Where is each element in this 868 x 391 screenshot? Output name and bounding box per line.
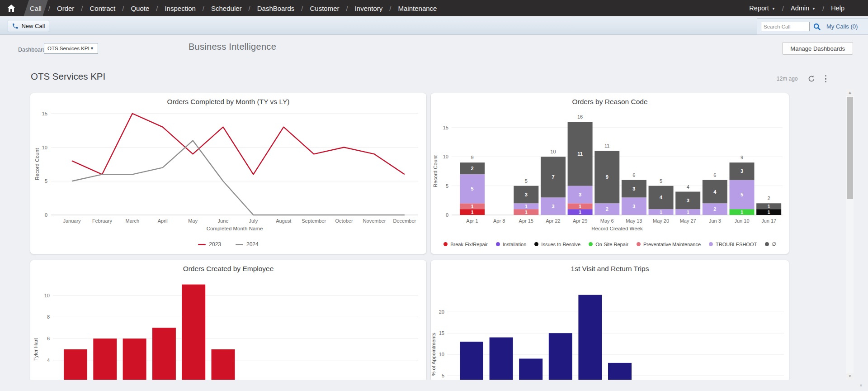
- bar-total-label: 5: [525, 178, 528, 184]
- x-tick-label: May 27: [680, 218, 696, 224]
- bar-total-label: 9: [471, 155, 473, 160]
- nav-separator: /: [822, 5, 824, 12]
- bar: [64, 349, 87, 380]
- manage-dashboards-button[interactable]: Manage Dashboards: [782, 42, 853, 55]
- nav-item-inventory[interactable]: Inventory: [350, 3, 387, 14]
- x-tick-label: June: [218, 218, 229, 224]
- orders-by-month-chart: 051015Record CountJanuaryFebruaryMarchAp…: [30, 93, 426, 254]
- segment-label: 2: [713, 206, 716, 212]
- last-updated-text: 12m ago: [777, 76, 798, 82]
- nav-item-call[interactable]: Call: [25, 3, 46, 14]
- x-tick-label: Apr 22: [546, 218, 560, 224]
- orders-by-reason-chart: 051015Record CountApr 1Apr 8Apr 15Apr 22…: [431, 93, 789, 254]
- nav-item-admin[interactable]: Admin▼: [786, 3, 820, 13]
- orders-by-employee-card: 46810Tyler Hart Orders Created by Employ…: [30, 260, 426, 380]
- my-calls-link[interactable]: My Calls (0): [826, 23, 858, 30]
- legend-label: Break-Fix/Repair: [450, 242, 488, 247]
- nav-item-contract[interactable]: Contract: [85, 3, 120, 14]
- segment-label: 1: [768, 204, 770, 209]
- legend-label: Preventative Maintenance: [643, 242, 701, 247]
- bar-total-label: 11: [604, 143, 609, 148]
- x-tick-label: January: [63, 218, 81, 224]
- legend-item[interactable]: ∅: [765, 241, 776, 247]
- segment-label: 4: [713, 189, 717, 195]
- legend-label: ∅: [772, 241, 776, 247]
- x-tick-label: July: [249, 218, 258, 224]
- phone-icon: [12, 23, 19, 29]
- nav-item-dashboards[interactable]: DashBoards: [253, 3, 299, 14]
- y-tick-label: 20: [439, 309, 444, 315]
- home-icon[interactable]: [7, 5, 15, 12]
- outer-scroll-down-arrow[interactable]: ▼: [859, 383, 863, 388]
- nav-item-scheduler[interactable]: Scheduler: [207, 3, 246, 14]
- chevron-down-icon: ▼: [772, 7, 775, 11]
- y-tick-label: 15: [42, 111, 47, 116]
- legend-item[interactable]: Installation: [496, 242, 527, 247]
- legend-item[interactable]: Preventative Maintenance: [637, 242, 701, 247]
- dashboard-heading: OTS Services KPI: [31, 71, 105, 82]
- bar-total-label: 9: [741, 155, 743, 160]
- segment-label: 1: [525, 204, 528, 209]
- legend-item[interactable]: TROUBLESHOOT: [709, 242, 757, 247]
- x-tick-label: Apr 8: [493, 218, 505, 224]
- kebab-menu-icon[interactable]: [825, 74, 827, 83]
- first-visit-return-chart: 5101520% of Appointments: [431, 260, 789, 380]
- legend-swatch: [765, 242, 769, 246]
- legend-item[interactable]: 2023: [198, 241, 221, 248]
- y-tick-label: 4: [47, 358, 50, 363]
- legend-swatch: [709, 242, 713, 246]
- bar: [490, 338, 513, 380]
- y-tick-label: 10: [44, 293, 50, 298]
- bar: [519, 358, 542, 380]
- chart-legend: Break-Fix/RepairInstallationIssues to Re…: [431, 241, 789, 247]
- chart-title: Orders by Reason Code: [431, 98, 789, 106]
- nav-separator: /: [301, 5, 303, 12]
- scroll-down-arrow[interactable]: ▼: [846, 373, 854, 380]
- y-tick-label: 15: [443, 125, 448, 130]
- nav-item-inspection[interactable]: Inspection: [160, 3, 200, 14]
- nav-right-group: Report▼/Admin▼/Help: [745, 3, 849, 13]
- bar: [549, 333, 572, 380]
- x-tick-label: August: [276, 218, 291, 224]
- legend-item[interactable]: Issues to Resolve: [534, 242, 580, 247]
- x-tick-label: May: [188, 218, 198, 224]
- search-icon[interactable]: [813, 23, 821, 31]
- nav-separator: /: [389, 5, 391, 12]
- nav-item-report[interactable]: Report▼: [745, 3, 779, 13]
- x-tick-label: October: [335, 218, 353, 224]
- nav-item-maintenance[interactable]: Maintenance: [394, 3, 442, 14]
- segment-label: 1: [687, 210, 689, 215]
- vertical-scrollbar[interactable]: ▲ ▼: [846, 89, 854, 380]
- x-tick-label: May 13: [626, 218, 642, 224]
- legend-swatch: [496, 242, 500, 246]
- nav-item-order[interactable]: Order: [52, 3, 79, 14]
- legend-label: TROUBLESHOOT: [716, 242, 757, 247]
- nav-separator: /: [249, 5, 250, 12]
- segment-label: 1: [768, 210, 770, 215]
- bar: [608, 363, 632, 380]
- nav-item-customer[interactable]: Customer: [305, 3, 344, 14]
- nav-separator: /: [203, 5, 204, 12]
- segment-label: 1: [525, 210, 528, 215]
- refresh-icon[interactable]: [808, 75, 815, 82]
- scroll-up-arrow[interactable]: ▲: [846, 89, 854, 96]
- legend-item[interactable]: On-Site Repair: [589, 242, 628, 247]
- y-axis-label: Tyler Hart: [33, 338, 38, 361]
- refresh-icon-glyph: [808, 75, 815, 82]
- nav-item-help[interactable]: Help: [826, 3, 849, 13]
- legend-item[interactable]: Break-Fix/Repair: [443, 242, 488, 247]
- nav-separator: /: [122, 5, 124, 12]
- dashboard-select[interactable]: OTS Services KPI ▼: [44, 43, 98, 54]
- nav-item-quote[interactable]: Quote: [126, 3, 154, 14]
- chevron-down-icon: ▼: [90, 46, 94, 51]
- legend-item[interactable]: 2024: [236, 241, 259, 248]
- legend-label: 2023: [209, 241, 221, 248]
- search-call-input[interactable]: [761, 22, 810, 31]
- orders-by-reason-card: 051015Record CountApr 1Apr 8Apr 15Apr 22…: [431, 93, 789, 254]
- chart-title: Orders Completed by Month (TY vs LY): [30, 98, 426, 106]
- scrollbar-thumb[interactable]: [847, 97, 853, 199]
- new-call-button[interactable]: New Call: [8, 20, 49, 32]
- x-tick-label: November: [363, 218, 386, 224]
- x-tick-label: April: [158, 218, 168, 224]
- legend-swatch: [534, 242, 538, 246]
